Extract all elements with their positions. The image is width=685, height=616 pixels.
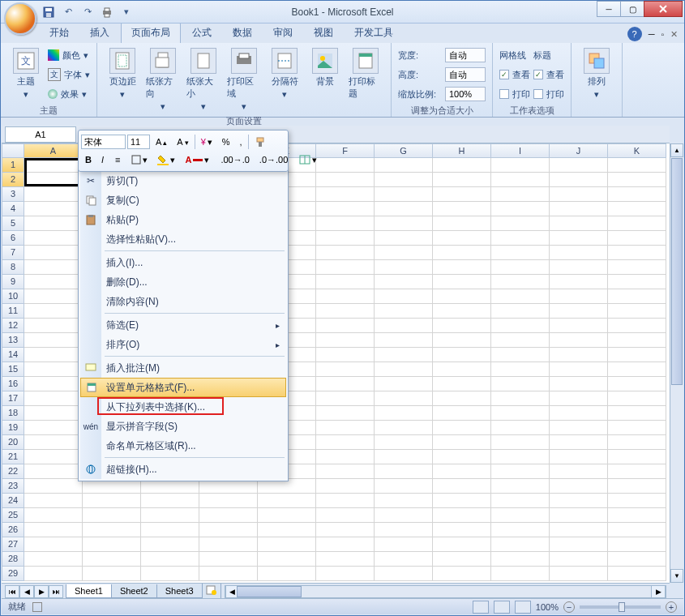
col-header-H[interactable]: H xyxy=(433,143,491,158)
col-header-K[interactable]: K xyxy=(608,143,666,158)
tab-view[interactable]: 视图 xyxy=(304,23,343,43)
headings-print[interactable]: 打印 xyxy=(533,85,564,103)
cell[interactable] xyxy=(550,464,608,479)
ctx-copy[interactable]: 复制(C) xyxy=(80,190,286,210)
cell[interactable] xyxy=(316,377,375,391)
sheet-nav-next[interactable]: ▶ xyxy=(34,585,49,598)
cell[interactable] xyxy=(491,275,550,289)
cell[interactable] xyxy=(433,421,491,435)
hscroll-thumb[interactable] xyxy=(237,586,302,597)
cell[interactable] xyxy=(24,421,83,435)
cell[interactable] xyxy=(550,231,608,246)
view-page-layout[interactable] xyxy=(494,601,510,614)
qat-redo[interactable]: ↷ xyxy=(79,3,96,21)
zoom-level[interactable]: 100% xyxy=(536,602,559,612)
ctx-name-range[interactable]: 命名单元格区域(R)... xyxy=(80,436,286,456)
cell[interactable] xyxy=(433,173,491,187)
cell[interactable] xyxy=(24,173,83,187)
cell[interactable] xyxy=(491,406,550,421)
headings-view[interactable]: ✓查看 xyxy=(533,66,564,83)
mini-percent[interactable]: % xyxy=(218,134,234,150)
mini-comma[interactable]: , xyxy=(236,134,246,150)
cell[interactable] xyxy=(199,523,258,537)
cell[interactable] xyxy=(608,391,666,406)
row-header[interactable]: 17 xyxy=(2,391,24,406)
cell[interactable] xyxy=(433,260,491,275)
cell[interactable] xyxy=(24,260,83,275)
cell[interactable] xyxy=(375,362,433,377)
office-button[interactable] xyxy=(4,2,36,35)
sheet-nav-prev[interactable]: ◀ xyxy=(19,585,34,598)
cell[interactable] xyxy=(316,450,375,464)
cell[interactable] xyxy=(316,158,375,173)
mini-bold[interactable]: B xyxy=(81,152,96,168)
cell[interactable] xyxy=(608,406,666,421)
ctx-comment[interactable]: 插入批注(M) xyxy=(80,358,286,378)
row-header[interactable]: 8 xyxy=(2,260,24,275)
cell[interactable] xyxy=(433,275,491,289)
cell[interactable] xyxy=(316,246,375,260)
cell[interactable] xyxy=(433,319,491,333)
row-header[interactable]: 25 xyxy=(2,508,24,523)
cell[interactable] xyxy=(491,202,550,216)
width-input[interactable] xyxy=(445,48,486,62)
cell[interactable] xyxy=(316,567,375,581)
cell[interactable] xyxy=(199,508,258,523)
ctx-paste[interactable]: 粘贴(P) xyxy=(80,210,286,229)
mini-size[interactable] xyxy=(127,135,150,149)
sheet-tab-new[interactable] xyxy=(202,584,221,599)
scroll-up[interactable]: ▲ xyxy=(670,143,683,157)
tab-formulas[interactable]: 公式 xyxy=(182,23,221,43)
cell[interactable] xyxy=(550,537,608,552)
cell[interactable] xyxy=(550,333,608,348)
cell[interactable] xyxy=(24,202,83,216)
cell[interactable] xyxy=(433,464,491,479)
theme-colors[interactable]: 颜色 ▾ xyxy=(48,46,90,64)
view-page-break[interactable] xyxy=(515,601,531,614)
cell[interactable] xyxy=(550,319,608,333)
ctx-dropdown-list[interactable]: 从下拉列表中选择(K)... xyxy=(80,397,286,417)
row-header[interactable]: 5 xyxy=(2,216,24,231)
cell[interactable] xyxy=(24,537,83,552)
cell[interactable] xyxy=(24,231,83,246)
cell[interactable] xyxy=(24,567,83,581)
cell[interactable] xyxy=(375,187,433,202)
cell[interactable] xyxy=(491,377,550,391)
cell[interactable] xyxy=(608,421,666,435)
cell[interactable] xyxy=(608,319,666,333)
cell[interactable] xyxy=(316,289,375,304)
col-header-I[interactable]: I xyxy=(491,143,550,158)
cell[interactable] xyxy=(316,435,375,450)
margins-button[interactable]: 页边距▾ xyxy=(104,46,141,113)
cell[interactable] xyxy=(608,187,666,202)
themes-button[interactable]: 文 主题 ▾ xyxy=(7,46,45,103)
cell[interactable] xyxy=(375,348,433,362)
cell[interactable] xyxy=(83,523,141,537)
row-header[interactable]: 16 xyxy=(2,377,24,391)
cell[interactable] xyxy=(550,260,608,275)
cell[interactable] xyxy=(550,246,608,260)
cell[interactable] xyxy=(316,260,375,275)
cell[interactable] xyxy=(316,494,375,508)
print-area-button[interactable]: 打印区域▾ xyxy=(225,46,263,113)
cell[interactable] xyxy=(316,391,375,406)
cell[interactable] xyxy=(24,275,83,289)
sheet-tab-1[interactable]: Sheet1 xyxy=(66,584,112,598)
cell[interactable] xyxy=(491,289,550,304)
cell[interactable] xyxy=(550,421,608,435)
cell[interactable] xyxy=(491,304,550,319)
cell[interactable] xyxy=(550,494,608,508)
cell[interactable] xyxy=(199,494,258,508)
cell[interactable] xyxy=(491,508,550,523)
gridlines-print[interactable]: 打印 xyxy=(499,85,530,103)
cell[interactable] xyxy=(24,494,83,508)
cell[interactable] xyxy=(550,362,608,377)
cell[interactable] xyxy=(491,158,550,173)
ctx-format-cells[interactable]: 设置单元格格式(F)... xyxy=(80,378,286,397)
cell[interactable] xyxy=(550,304,608,319)
cell[interactable] xyxy=(24,289,83,304)
cell[interactable] xyxy=(375,435,433,450)
cell[interactable] xyxy=(550,158,608,173)
cell[interactable] xyxy=(375,450,433,464)
cell[interactable] xyxy=(608,304,666,319)
